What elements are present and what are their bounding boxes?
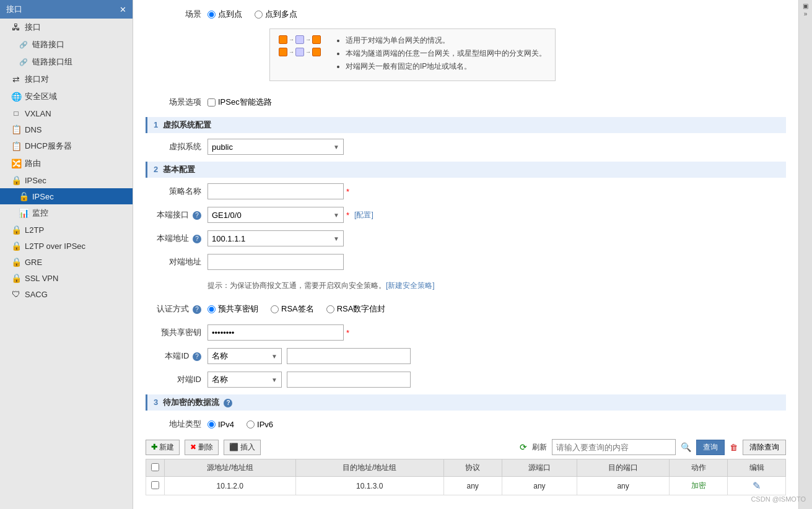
scenario-p2p-radio[interactable] xyxy=(207,11,216,19)
dhcp-icon: 📋 xyxy=(11,141,21,151)
scenario-p2mp-radio[interactable] xyxy=(255,11,263,19)
addr-type-radios: IPv4 IPv6 xyxy=(207,420,273,429)
local-id-help[interactable]: ? xyxy=(193,352,201,361)
ipsec-parent-icon: 🔒 xyxy=(11,175,21,185)
sidebar-item-interface[interactable]: 🖧 接口 xyxy=(0,19,133,36)
addr-ipv4[interactable]: IPv4 xyxy=(207,420,234,429)
policy-name-input[interactable]: FW1 xyxy=(207,183,344,199)
security-zone-icon: 🌐 xyxy=(11,92,21,102)
right-panel[interactable]: ▣ » xyxy=(798,0,812,509)
sidebar-item-dns[interactable]: 📋 DNS xyxy=(0,121,133,137)
sidebar-item-dhcp[interactable]: 📋 DHCP服务器 xyxy=(0,137,133,155)
section2-title: 2 基本配置 xyxy=(146,162,786,178)
clear-query-button[interactable]: 清除查询 xyxy=(743,440,786,455)
box-orange-2 xyxy=(312,35,321,44)
new-policy-link[interactable]: [新建安全策略] xyxy=(386,281,435,291)
sidebar-item-route[interactable]: 🔀 路由 xyxy=(0,155,133,172)
sidebar-item-gre[interactable]: 🔒 GRE xyxy=(0,254,133,270)
vsys-select-arrow: ▼ xyxy=(333,144,339,150)
checkbox-col-header xyxy=(146,459,165,477)
sidebar-header-label: 接口 xyxy=(6,4,22,15)
delete-button[interactable]: ✖ 删除 xyxy=(185,440,219,455)
row-edit[interactable]: ✎ xyxy=(728,477,786,495)
row-action[interactable]: 加密 xyxy=(670,477,728,495)
watermark: CSDN @ISMOTO xyxy=(751,495,806,503)
panel-icon-1: ▣ xyxy=(803,2,808,9)
config-link[interactable]: [配置] xyxy=(354,210,373,220)
info-item-1: 适用于对端为单台网关的情况。 xyxy=(346,35,546,46)
sidebar-item-label: IPSec xyxy=(32,192,54,201)
sidebar-item-label: DHCP服务器 xyxy=(25,141,72,152)
sidebar-item-link-interface[interactable]: 🔗 链路接口 xyxy=(0,36,133,53)
sidebar-item-l2tp[interactable]: 🔒 L2TP xyxy=(0,222,133,238)
scenario-p2mp[interactable]: 点到多点 xyxy=(255,9,297,20)
remote-id-type-select[interactable]: 名称 ▼ xyxy=(207,372,282,388)
local-addr-help[interactable]: ? xyxy=(193,235,201,243)
vsys-label: 虚拟系统 xyxy=(146,141,207,152)
insert-icon: ⬛ xyxy=(229,443,238,451)
hint-text: 提示：为保证协商报文互通，需要开启双向安全策略。 xyxy=(207,281,386,291)
sidebar-item-link-interface-group[interactable]: 🔗 链路接口组 xyxy=(0,53,133,71)
sidebar-collapse-icon[interactable]: ✕ xyxy=(120,5,126,14)
info-box: → → → → xyxy=(269,28,556,81)
sidebar: 接口 ✕ 🖧 接口 🔗 链路接口 🔗 链路接口组 ⇄ 接口对 🌐 安全区域 □ … xyxy=(0,0,133,509)
search-input[interactable] xyxy=(552,439,676,455)
section1-num: 1 xyxy=(154,120,158,129)
icon-row-1: → → xyxy=(279,35,321,44)
sidebar-item-ipsec[interactable]: 🔒 IPSec xyxy=(0,188,133,204)
sidebar-item-monitor[interactable]: 📊 监控 xyxy=(0,204,133,222)
remote-id-value-input[interactable]: FW2 xyxy=(287,372,411,388)
addr-ipv6[interactable]: IPv6 xyxy=(247,420,273,429)
local-id-label: 本端ID ? xyxy=(146,350,207,362)
section3-help[interactable]: ? xyxy=(224,399,232,407)
select-all-checkbox[interactable] xyxy=(151,463,159,471)
row-checkbox[interactable] xyxy=(146,477,165,495)
new-button[interactable]: ✚ 新建 xyxy=(146,440,180,455)
link-interface-icon: 🔗 xyxy=(19,40,28,50)
sidebar-item-interface-pair[interactable]: ⇄ 接口对 xyxy=(0,71,133,88)
info-item-2: 本端为隧道两端的任意一台网关，或星型组网中的分支网关。 xyxy=(346,48,546,59)
sidebar-item-ssl-vpn[interactable]: 🔒 SSL VPN xyxy=(0,270,133,286)
local-addr-select[interactable]: 100.1.1.1 ▼ xyxy=(207,230,344,246)
sidebar-item-ipsec-parent[interactable]: 🔒 IPSec xyxy=(0,172,133,188)
local-id-type-select[interactable]: 名称 ▼ xyxy=(207,348,282,364)
query-button[interactable]: 查询 xyxy=(696,440,725,455)
addr-ipv6-radio[interactable] xyxy=(247,420,255,429)
main-content: 场景 点到点 点到多点 xyxy=(133,0,798,509)
auth-rsa-cert[interactable]: RSA数字信封 xyxy=(326,303,386,315)
remote-addr-input[interactable]: 200.1.1.1 xyxy=(207,254,344,270)
scenario-p2p[interactable]: 点到点 xyxy=(207,9,242,20)
auth-rsa-cert-radio[interactable] xyxy=(326,305,334,313)
auth-psk-radio[interactable] xyxy=(207,305,216,313)
section3-title: 3 待加密的数据流 ? xyxy=(146,394,786,411)
col-dst-addr: 目的地址/地址组 xyxy=(295,459,443,477)
sidebar-item-security-zone[interactable]: 🌐 安全区域 xyxy=(0,88,133,105)
addr-ipv4-radio[interactable] xyxy=(207,420,216,429)
sidebar-item-vxlan[interactable]: □ VXLAN xyxy=(0,105,133,121)
sidebar-item-label: 接口 xyxy=(25,22,41,33)
data-table: 源地址/地址组 目的地址/地址组 协议 源端口 目的端口 动作 编辑 10.1.… xyxy=(146,459,786,495)
sidebar-item-label: 接口对 xyxy=(25,74,49,85)
row-dst-addr: 10.1.3.0 xyxy=(295,477,443,495)
auth-rsa-radio[interactable] xyxy=(271,305,279,313)
sidebar-item-l2tp-over-ipsec[interactable]: 🔒 L2TP over IPSec xyxy=(0,238,133,254)
local-id-value-input[interactable]: FW1 xyxy=(287,348,411,364)
auth-method-row: 认证方式 ? 预共享密钥 RSA签名 RSA数字信封 xyxy=(146,300,786,318)
sidebar-item-label: SSL VPN xyxy=(25,274,58,283)
local-interface-select[interactable]: GE1/0/0 ▼ xyxy=(207,207,344,223)
auth-method-help[interactable]: ? xyxy=(193,305,201,314)
psk-input[interactable] xyxy=(207,324,344,341)
insert-button[interactable]: ⬛ 插入 xyxy=(224,440,261,455)
scene-options-row: 场景选项 IPSec智能选路 xyxy=(146,94,786,111)
auth-rsa[interactable]: RSA签名 xyxy=(271,303,314,315)
local-addr-row: 本端地址 ? 100.1.1.1 ▼ xyxy=(146,230,786,247)
local-interface-help[interactable]: ? xyxy=(193,211,201,220)
content-body: 场景 点到点 点到多点 xyxy=(133,0,798,502)
sidebar-item-sacg[interactable]: 🛡 SACG xyxy=(0,286,133,302)
auth-psk[interactable]: 预共享密钥 xyxy=(207,303,258,315)
ipsec-smart-routing-checkbox-item[interactable]: IPSec智能选路 xyxy=(207,97,272,108)
sidebar-item-label: 链路接口组 xyxy=(32,56,72,67)
ipsec-smart-routing-checkbox[interactable] xyxy=(207,98,216,107)
vsys-select[interactable]: public ▼ xyxy=(207,139,344,155)
panel-chevron: » xyxy=(804,11,808,17)
